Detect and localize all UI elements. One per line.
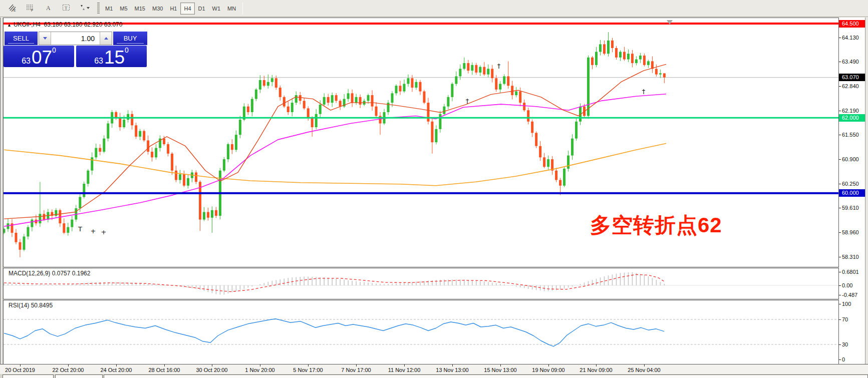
svg-text:†: †: [642, 88, 646, 95]
sell-button[interactable]: SELL: [5, 32, 38, 45]
window-right-frame: [865, 18, 868, 374]
sell-price-pips: 07: [32, 50, 52, 65]
collapse-arrow-icon[interactable]: ▲: [7, 23, 12, 28]
axis-tick-mark: [839, 86, 841, 87]
buy-price-display[interactable]: 63150: [76, 46, 147, 67]
bottom-window-strip: [0, 374, 868, 378]
text-label-tool-button[interactable]: T: [58, 2, 75, 15]
sell-price-display[interactable]: 63070: [4, 46, 74, 67]
svg-text:†: †: [497, 62, 501, 70]
fibonacci-tool-button[interactable]: F: [22, 2, 39, 15]
fibonacci-tool-icon: F: [26, 4, 35, 14]
axis-tick-label: 59.610: [842, 205, 859, 211]
timeframe-h1-button[interactable]: H1: [166, 3, 180, 15]
time-tick-label: 19 Nov 09:00: [532, 367, 564, 373]
axis-tick-label: 0.6801: [842, 269, 859, 275]
time-tick-mark: [260, 364, 260, 366]
time-tick-mark: [548, 364, 549, 366]
arrows-tool-icon: [78, 4, 90, 14]
time-tick-label: 13 Nov 13:00: [436, 367, 468, 373]
axis-tick-mark: [839, 295, 841, 295]
axis-tick-mark: [839, 135, 841, 135]
time-axis: 20 Oct 201922 Oct 20:0024 Oct 20:0028 Oc…: [0, 364, 868, 374]
axis-tick-label: 0.00: [842, 282, 852, 288]
svg-text:F: F: [31, 9, 33, 12]
buy-button-label: BUY: [124, 35, 137, 42]
price-badge: 62.000: [839, 114, 865, 122]
timeframe-m30-button[interactable]: M30: [149, 3, 166, 15]
axis-tick-label: 100: [842, 301, 851, 307]
bottom-box: [3, 374, 54, 378]
axis-tick-label: 63.490: [842, 59, 859, 65]
sell-price-point: 0: [52, 47, 56, 54]
buy-price-pips: 15: [104, 50, 125, 65]
time-tick-label: 7 Nov 17:00: [341, 367, 371, 373]
svg-text:+: +: [101, 228, 107, 236]
text-tool-button[interactable]: A: [40, 2, 57, 15]
triangle-up-icon: [104, 37, 108, 40]
axis-tick-label: 58.960: [842, 229, 859, 235]
macd-pane[interactable]: [3, 268, 839, 299]
axis-tick-mark: [839, 344, 841, 345]
axis-tick-label: -0.487: [842, 292, 857, 298]
bottom-box: [104, 374, 868, 378]
svg-text:†: †: [466, 97, 469, 105]
text-tool-icon: A: [44, 4, 53, 14]
volume-stepper: [39, 32, 112, 45]
buy-price-handle: 63: [94, 57, 103, 65]
price-axis: 64.13063.49062.84062.19061.55060.90060.2…: [839, 18, 865, 374]
buy-price-point: 0: [125, 47, 129, 54]
axis-tick-label: 60.250: [842, 181, 859, 187]
time-tick-label: 25 Nov 04:00: [628, 367, 660, 373]
toolbar: EFAT M1M5M15M30H1H4D1W1MN: [0, 0, 868, 17]
volume-decrease-button[interactable]: [39, 32, 51, 45]
buy-button[interactable]: BUY: [113, 32, 147, 45]
time-tick-label: 20 Oct 2019: [5, 367, 35, 373]
time-tick-label: 28 Oct 16:00: [149, 367, 180, 373]
time-tick-label: 11 Nov 12:00: [388, 367, 421, 373]
timeframe-mn-button[interactable]: MN: [224, 3, 239, 15]
equidistant-channel-tool-icon: E: [8, 4, 17, 14]
axis-tick-label: 61.550: [842, 132, 859, 138]
svg-text:A: A: [46, 5, 51, 12]
svg-text:T: T: [65, 6, 68, 11]
timeframe-d1-button[interactable]: D1: [195, 3, 209, 15]
time-tick-label: 21 Nov 09:00: [580, 367, 612, 373]
chart-annotation-text: 多空转折点62: [590, 211, 722, 239]
axis-tick-label: 30: [842, 341, 848, 347]
rsi-pane[interactable]: [3, 300, 839, 364]
svg-text:T: T: [78, 225, 82, 233]
time-tick-mark: [164, 364, 165, 366]
timeframe-m15-button[interactable]: M15: [131, 3, 149, 15]
text-label-tool-icon: T: [62, 4, 71, 14]
time-tick-mark: [500, 364, 501, 366]
axis-tick-mark: [839, 159, 841, 160]
time-tick-label: 5 Nov 17:00: [293, 367, 323, 373]
timeframe-w1-button[interactable]: W1: [209, 3, 224, 15]
metatrader-window: EFAT M1M5M15M30H1H4D1W1MN T++††† 64.1306…: [0, 0, 868, 378]
rsi-label: RSI(14) 50.8495: [9, 302, 53, 309]
axis-tick-mark: [839, 111, 841, 111]
time-tick-label: 15 Nov 13:00: [484, 367, 516, 373]
timeframe-m1-button[interactable]: M1: [102, 3, 116, 15]
volume-input[interactable]: [51, 32, 100, 45]
macd-label: MACD(12,26,9) 0.0757 0.1962: [9, 270, 90, 277]
axis-tick-mark: [839, 208, 841, 208]
volume-increase-button[interactable]: [100, 32, 112, 45]
price-badge: 64.500: [839, 20, 865, 28]
axis-tick-mark: [839, 184, 841, 184]
time-tick-label: 30 Oct 20:00: [196, 367, 228, 373]
arrows-tool-button[interactable]: [76, 2, 93, 15]
axis-tick-label: 58.310: [842, 254, 859, 260]
axis-tick-mark: [839, 232, 841, 233]
equidistant-channel-tool-button[interactable]: E: [4, 2, 21, 15]
drawing-tools-group: EFAT: [3, 2, 93, 15]
axis-tick-label: 64.130: [842, 35, 859, 41]
toolbar-drag-handle[interactable]: [97, 3, 100, 15]
timeframe-m5-button[interactable]: M5: [116, 3, 131, 15]
time-tick-mark: [644, 364, 645, 366]
time-tick-mark: [212, 364, 212, 366]
timeframe-h4-button[interactable]: H4: [180, 3, 194, 15]
time-tick-label: 22 Oct 20:00: [53, 367, 84, 373]
toolbar-separator: [242, 3, 243, 15]
